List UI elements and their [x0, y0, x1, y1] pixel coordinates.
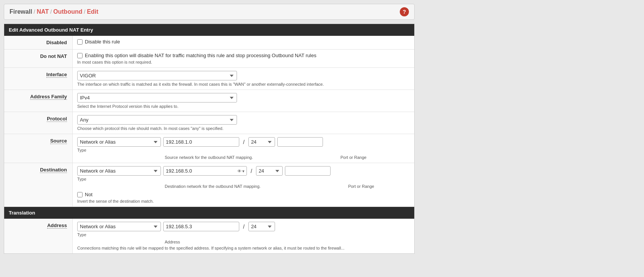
do-not-nat-value: Enabling this option will disable NAT fo… [73, 50, 414, 67]
breadcrumb-sep-2: / [50, 9, 52, 15]
interface-value: VIGOR WAN LAN The interface on which tra… [73, 68, 414, 90]
do-not-nat-label: Do not NAT [4, 50, 73, 67]
breadcrumb-nat[interactable]: NAT [37, 8, 49, 15]
do-not-nat-checkbox[interactable] [77, 53, 83, 58]
source-label: Source [4, 134, 73, 163]
destination-value: Network or Alias Any LAN net WAN net Typ… [73, 163, 414, 207]
destination-port-label: Port or Range [348, 184, 374, 189]
do-not-nat-help: In most cases this option is not require… [77, 60, 410, 64]
breadcrumb-edit[interactable]: Edit [87, 8, 98, 15]
destination-label: Destination [4, 163, 73, 207]
eye-icon: 👁 [237, 169, 242, 173]
protocol-help: Choose which protocol this rule should m… [77, 126, 410, 131]
source-type-select[interactable]: Network or Alias Any LAN net WAN net [77, 137, 161, 147]
edit-section-header: Edit Advanced Outbound NAT Entry [4, 24, 414, 36]
interface-select[interactable]: VIGOR WAN LAN [77, 71, 237, 80]
breadcrumb-firewall: Firewall [10, 8, 32, 15]
translation-type-select[interactable]: Network or Alias Interface Address Any [77, 222, 161, 231]
source-value: Network or Alias Any LAN net WAN net Typ… [73, 134, 414, 163]
disabled-row: Disabled Disable this rule [4, 36, 414, 50]
interface-row: Interface VIGOR WAN LAN The interface on… [4, 68, 414, 90]
destination-network-input[interactable] [163, 166, 247, 176]
address-family-row: Address Family IPv4 IPv6 IPv4+IPv6 Selec… [4, 90, 414, 112]
translation-mask-select[interactable]: 24 8 16 32 [248, 222, 275, 231]
source-port-label: Port or Range [340, 155, 366, 160]
breadcrumb-bar: Firewall / NAT / Outbound / Edit ? [4, 4, 415, 20]
disabled-value: Disable this rule [73, 36, 414, 49]
protocol-label: Protocol [4, 112, 73, 134]
disabled-checkbox-label: Disable this rule [85, 39, 120, 45]
breadcrumb-sep-1: / [34, 9, 35, 15]
translation-section-header: Translation [4, 207, 414, 219]
disabled-label: Disabled [4, 36, 73, 49]
translation-address-input[interactable] [163, 222, 239, 231]
destination-input-icons: 👁 ▾ [237, 168, 245, 173]
protocol-value: Any TCP UDP TCP/UDP ICMP Choose which pr… [73, 112, 414, 134]
destination-invert-help: Invert the sense of the destination matc… [77, 199, 410, 203]
do-not-nat-checkbox-label: Enabling this option will disable NAT fo… [85, 53, 316, 58]
main-form: Edit Advanced Outbound NAT Entry Disable… [4, 24, 415, 254]
interface-label: Interface [4, 68, 73, 90]
translation-type-label: Type [77, 232, 161, 237]
destination-row: Destination Network or Alias Any LAN net… [4, 163, 414, 207]
source-port-input[interactable] [277, 137, 323, 147]
breadcrumb: Firewall / NAT / Outbound / Edit [10, 8, 99, 15]
translation-address-row: Address Network or Alias Interface Addre… [4, 219, 414, 253]
destination-type-select[interactable]: Network or Alias Any LAN net WAN net [77, 166, 161, 176]
destination-mask-select[interactable]: 24 8 16 32 [256, 166, 283, 176]
destination-not-label: Not [85, 192, 92, 197]
breadcrumb-outbound[interactable]: Outbound [53, 8, 82, 15]
source-row: Source Network or Alias Any LAN net WAN … [4, 134, 414, 163]
translation-address-label: Address [4, 219, 73, 253]
do-not-nat-row: Do not NAT Enabling this option will dis… [4, 50, 414, 68]
address-family-label: Address Family [4, 90, 73, 112]
interface-help: The interface on which traffic is matche… [77, 82, 410, 86]
destination-network-help: Destination network for the outbound NAT… [165, 184, 261, 189]
destination-type-label: Type [77, 177, 161, 181]
translation-address-value: Network or Alias Interface Address Any T… [73, 219, 414, 253]
breadcrumb-sep-3: / [84, 9, 85, 15]
address-family-value: IPv4 IPv6 IPv4+IPv6 Select the Internet … [73, 90, 414, 112]
dropdown-icon: ▾ [242, 168, 245, 173]
translation-slash: / [241, 222, 247, 231]
destination-slash: / [248, 167, 254, 176]
protocol-select[interactable]: Any TCP UDP TCP/UDP ICMP [77, 115, 237, 125]
destination-not-checkbox[interactable] [77, 192, 83, 197]
address-family-help: Select the Internet Protocol version thi… [77, 104, 410, 109]
address-family-select[interactable]: IPv4 IPv6 IPv4+IPv6 [77, 93, 237, 102]
source-network-help: Source network for the outbound NAT mapp… [165, 155, 253, 160]
source-type-label: Type [77, 148, 161, 152]
source-mask-select[interactable]: 24 8 16 32 [248, 137, 275, 147]
destination-port-input[interactable] [285, 166, 331, 176]
help-icon[interactable]: ? [400, 7, 409, 16]
source-slash: / [241, 138, 247, 147]
protocol-row: Protocol Any TCP UDP TCP/UDP ICMP Choose… [4, 112, 414, 134]
translation-address-sublabel: Address [165, 240, 180, 244]
translation-address-help: Connections matching this rule will be m… [77, 246, 410, 250]
source-network-input[interactable] [163, 137, 239, 147]
disabled-checkbox[interactable] [77, 39, 83, 45]
